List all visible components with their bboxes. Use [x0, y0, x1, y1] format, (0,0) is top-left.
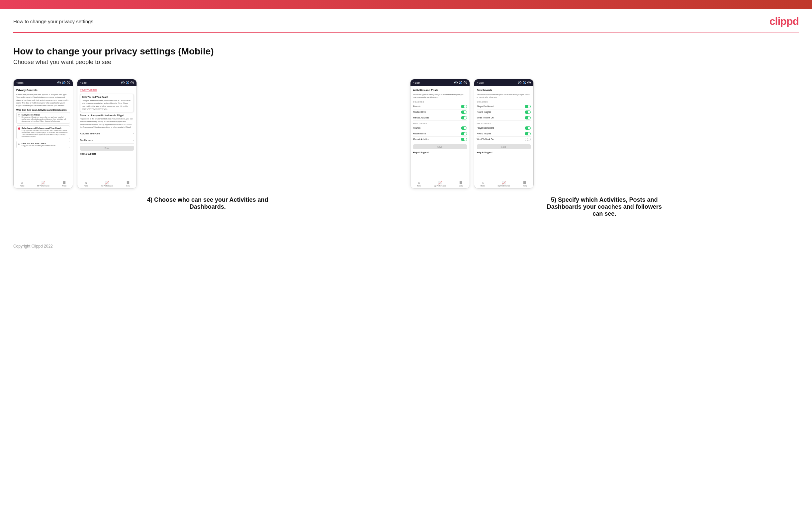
- nav-performance-2[interactable]: 📈 My Performance: [101, 181, 113, 187]
- rounds-followers-label: Rounds: [413, 127, 420, 129]
- toggle-player-dash-followers[interactable]: Player Dashboard: [477, 125, 531, 131]
- toggle-drills-followers[interactable]: Practice Drills: [413, 131, 467, 137]
- screenshot-group-2: < Back 🔍 👤 ⚙ Activities and Posts Select…: [410, 79, 799, 217]
- menu-label-3: Menu: [459, 185, 463, 187]
- toggle-manual-coaches[interactable]: Manual Activities: [413, 115, 467, 121]
- page-heading: How to change your privacy settings (Mob…: [13, 46, 799, 57]
- manual-coaches-label: Manual Activities: [413, 116, 429, 119]
- menu-label: Menu: [62, 185, 66, 187]
- round-insights-coaches-toggle[interactable]: [525, 111, 531, 114]
- settings-icon-4[interactable]: ⚙: [527, 81, 531, 84]
- search-icon-2[interactable]: 🔍: [121, 81, 124, 84]
- screenshot-pair-2: < Back 🔍 👤 ⚙ Activities and Posts Select…: [410, 79, 799, 188]
- toggle-round-insights-followers[interactable]: Round Insights: [477, 131, 531, 137]
- help-support-3: Help & Support: [413, 151, 467, 154]
- toggle-work-on-coaches[interactable]: What To Work On: [477, 115, 531, 121]
- toggle-rounds-followers[interactable]: Rounds: [413, 125, 467, 131]
- menu-activities[interactable]: Activities and Posts ›: [80, 130, 134, 137]
- who-can-see-label: Who Can See Your Activities and Dashboar…: [16, 109, 70, 111]
- work-on-followers-toggle[interactable]: [525, 138, 531, 141]
- nav-menu-2[interactable]: ☰ Menu: [126, 181, 130, 187]
- nav-icons-2: 🔍 👤 ⚙: [121, 81, 134, 84]
- bottom-nav-4: ⌂ Home 📈 My Performance ☰ Menu: [474, 179, 534, 188]
- back-btn-3[interactable]: < Back: [413, 81, 420, 84]
- menu-icon-2: ☰: [126, 181, 130, 184]
- phone-nav-1: < Back 🔍 👤 ⚙: [14, 79, 73, 86]
- work-on-coaches-toggle[interactable]: [525, 116, 531, 119]
- performance-icon-2: 📈: [105, 181, 109, 184]
- search-icon-3[interactable]: 🔍: [454, 81, 458, 84]
- player-dash-followers-label: Player Dashboard: [477, 127, 494, 129]
- manual-followers-toggle[interactable]: [461, 138, 467, 141]
- menu-dashboards[interactable]: Dashboards ›: [80, 137, 134, 144]
- user-icon[interactable]: 👤: [62, 81, 65, 84]
- nav-performance-3[interactable]: 📈 My Performance: [434, 181, 446, 187]
- drills-followers-toggle[interactable]: [461, 132, 467, 135]
- home-label: Home: [20, 185, 24, 187]
- copyright: Copyright Clippd 2022: [13, 244, 53, 248]
- nav-performance-1[interactable]: 📈 My Performance: [37, 181, 49, 187]
- player-dash-coaches-toggle[interactable]: [525, 105, 531, 108]
- toggle-drills-coaches[interactable]: Practice Drills: [413, 110, 467, 115]
- save-button-2[interactable]: Save: [80, 146, 134, 151]
- popup-box: Only You and Your Coach Only you and the…: [80, 94, 134, 112]
- nav-menu-1[interactable]: ☰ Menu: [62, 181, 66, 187]
- caption-1: 4) Choose who can see your Activities an…: [145, 196, 271, 210]
- work-on-coaches-label: What To Work On: [477, 116, 494, 119]
- toggle-player-dash-coaches[interactable]: Player Dashboard: [477, 104, 531, 110]
- followers-header-3: FOLLOWERS: [413, 122, 467, 124]
- rounds-followers-toggle[interactable]: [461, 126, 467, 130]
- search-icon[interactable]: 🔍: [57, 81, 61, 84]
- back-btn-2[interactable]: < Back: [80, 81, 87, 84]
- screenshot-pair-1: < Back 🔍 👤 ⚙ Privacy Controls Control ho…: [13, 79, 402, 188]
- dashboards-desc: Select the dashboards that you'd like to…: [477, 93, 531, 99]
- screenshot-group-1: < Back 🔍 👤 ⚙ Privacy Controls Control ho…: [13, 79, 402, 210]
- nav-home-4[interactable]: ⌂ Home: [480, 181, 485, 187]
- round-insights-followers-toggle[interactable]: [525, 132, 531, 135]
- rounds-coaches-toggle[interactable]: [461, 105, 467, 108]
- save-button-4[interactable]: Save: [477, 144, 531, 149]
- user-icon-3[interactable]: 👤: [459, 81, 462, 84]
- nav-performance-4[interactable]: 📈 My Performance: [498, 181, 510, 187]
- coaches-header-3: COACHES: [413, 101, 467, 103]
- manual-coaches-toggle[interactable]: [461, 116, 467, 119]
- toggle-round-insights-coaches[interactable]: Round Insights: [477, 110, 531, 115]
- nav-menu-3[interactable]: ☰ Menu: [459, 181, 463, 187]
- toggle-manual-followers[interactable]: Manual Activities: [413, 137, 467, 143]
- settings-icon-3[interactable]: ⚙: [464, 81, 467, 84]
- toggle-rounds-coaches[interactable]: Rounds: [413, 104, 467, 110]
- player-dash-followers-toggle[interactable]: [525, 126, 531, 130]
- user-icon-2[interactable]: 👤: [126, 81, 129, 84]
- menu-icon-4: ☰: [523, 181, 526, 184]
- page-subheading: Choose what you want people to see: [13, 59, 799, 66]
- toggle-work-on-followers[interactable]: What To Work On: [477, 137, 531, 143]
- radio-label-approved: Only Approved Followers and Your Coach: [21, 127, 68, 129]
- nav-icons-4: 🔍 👤 ⚙: [518, 81, 531, 84]
- phone-nav-4: < Back 🔍 👤 ⚙: [474, 79, 534, 86]
- nav-home-3[interactable]: ⌂ Home: [417, 181, 421, 187]
- radio-only-you[interactable]: Only You and Your Coach Only you and the…: [16, 141, 70, 148]
- radio-option-text-approved: Only Approved Followers and Your Coach O…: [21, 127, 68, 137]
- user-icon-4[interactable]: 👤: [523, 81, 526, 84]
- round-insights-coaches-label: Round Insights: [477, 111, 491, 113]
- nav-home-1[interactable]: ⌂ Home: [20, 181, 24, 187]
- privacy-tab[interactable]: Privacy Controls: [80, 89, 97, 92]
- popup-title: Only You and Your Coach: [82, 96, 132, 98]
- search-icon-4[interactable]: 🔍: [518, 81, 521, 84]
- phone-content-2: Privacy Controls Only You and Your Coach…: [78, 86, 137, 179]
- radio-approved[interactable]: Only Approved Followers and Your Coach O…: [16, 125, 70, 139]
- save-button-3[interactable]: Save: [413, 144, 467, 149]
- nav-home-2[interactable]: ⌂ Home: [84, 181, 88, 187]
- drills-coaches-toggle[interactable]: [461, 111, 467, 114]
- settings-icon-2[interactable]: ⚙: [131, 81, 134, 84]
- settings-icon[interactable]: ⚙: [67, 81, 70, 84]
- menu-icon: ☰: [63, 181, 66, 184]
- radio-option-text-only-you: Only You and Your Coach Only you and the…: [21, 143, 55, 147]
- radio-everyone[interactable]: Everyone on Clippd Everyone on Clippd ca…: [16, 112, 70, 124]
- player-dash-coaches-label: Player Dashboard: [477, 105, 494, 108]
- performance-icon-4: 📈: [502, 181, 506, 184]
- back-btn-1[interactable]: < Back: [16, 81, 23, 84]
- back-btn-4[interactable]: < Back: [477, 81, 484, 84]
- drills-coaches-label: Practice Drills: [413, 111, 426, 113]
- nav-menu-4[interactable]: ☰ Menu: [523, 181, 527, 187]
